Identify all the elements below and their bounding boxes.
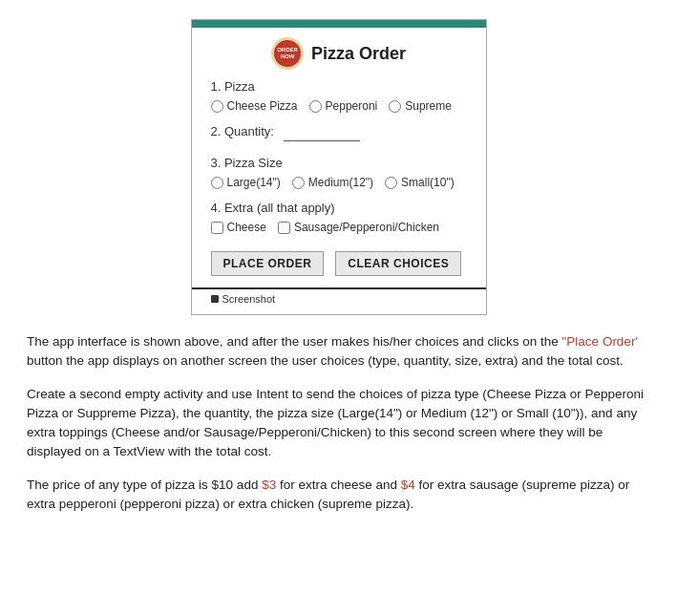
pizza-label-pepperoni: Pepperoni bbox=[326, 99, 378, 113]
description-para1: The app interface is shown above, and af… bbox=[27, 332, 650, 372]
extra-label-sausage: Sausage/Pepperoni/Chicken bbox=[294, 221, 439, 234]
badge-text-now: NOW bbox=[281, 53, 295, 60]
screenshot-dot-icon bbox=[211, 295, 219, 303]
extra-option-sausage[interactable]: Sausage/Pepperoni/Chicken bbox=[278, 221, 439, 234]
size-label-medium: Medium(12") bbox=[308, 176, 373, 189]
pizza-radio-cheese[interactable] bbox=[211, 100, 223, 113]
button-row: PLACE ORDER CLEAR CHOICES bbox=[192, 242, 486, 282]
app-title-row: ORDER NOW Pizza Order bbox=[192, 28, 486, 75]
size-option-medium[interactable]: Medium(12") bbox=[292, 176, 373, 189]
size-option-small[interactable]: Small(10") bbox=[385, 176, 455, 189]
highlight-place-order: "Place Order' bbox=[562, 334, 638, 349]
description-section: The app interface is shown above, and af… bbox=[19, 332, 658, 514]
quantity-section: 2. Quantity: bbox=[192, 120, 486, 152]
order-badge: ORDER NOW bbox=[271, 37, 304, 70]
pizza-option-pepperoni[interactable]: Pepperoni bbox=[309, 99, 378, 113]
clear-choices-button[interactable]: CLEAR CHOICES bbox=[335, 251, 461, 276]
app-title: Pizza Order bbox=[311, 44, 406, 64]
pizza-label-cheese: Cheese Pizza bbox=[227, 99, 298, 113]
description-para2: Create a second empty activity and use I… bbox=[27, 385, 650, 462]
highlight-price-sausage: $4 bbox=[401, 478, 415, 492]
pizza-radio-supreme[interactable] bbox=[389, 100, 401, 113]
screenshot-tab: Screenshot bbox=[192, 287, 486, 305]
pizza-label-supreme: Supreme bbox=[405, 99, 452, 113]
extra-option-cheese[interactable]: Cheese bbox=[211, 221, 266, 234]
quantity-label: 2. Quantity: bbox=[211, 124, 274, 138]
size-label-large: Large(14") bbox=[227, 176, 281, 189]
extra-checkbox-group: Cheese Sausage/Pepperoni/Chicken bbox=[211, 221, 467, 234]
size-label-small: Small(10") bbox=[401, 176, 455, 189]
badge-text-order: ORDER bbox=[277, 47, 298, 53]
app-screenshot-container: ORDER NOW Pizza Order 1. Pizza Cheese Pi… bbox=[191, 19, 487, 315]
header-bar bbox=[192, 20, 486, 28]
pizza-section: 1. Pizza Cheese Pizza Pepperoni Supreme bbox=[192, 75, 486, 120]
size-radio-small[interactable] bbox=[385, 177, 397, 189]
pizza-radio-pepperoni[interactable] bbox=[309, 100, 322, 113]
pizza-section-label: 1. Pizza bbox=[211, 79, 467, 94]
extra-checkbox-cheese[interactable] bbox=[211, 222, 223, 234]
size-radio-large[interactable] bbox=[211, 177, 223, 189]
highlight-price-cheese: $3 bbox=[262, 478, 276, 492]
pizza-option-cheese[interactable]: Cheese Pizza bbox=[211, 99, 298, 113]
pizza-option-supreme[interactable]: Supreme bbox=[389, 99, 452, 113]
place-order-button[interactable]: PLACE ORDER bbox=[211, 251, 325, 276]
size-section: 3. Pizza Size Large(14") Medium(12") Sma… bbox=[192, 152, 486, 197]
size-radio-medium[interactable] bbox=[292, 177, 305, 189]
screenshot-tab-label: Screenshot bbox=[222, 293, 276, 305]
extra-section-label: 4. Extra (all that apply) bbox=[211, 201, 467, 215]
extra-section: 4. Extra (all that apply) Cheese Sausage… bbox=[192, 197, 486, 242]
extra-label-cheese: Cheese bbox=[227, 221, 266, 234]
quantity-row: 2. Quantity: bbox=[211, 124, 467, 144]
pizza-radio-group: Cheese Pizza Pepperoni Supreme bbox=[211, 99, 467, 113]
size-radio-group: Large(14") Medium(12") Small(10") bbox=[211, 176, 467, 189]
size-section-label: 3. Pizza Size bbox=[211, 156, 467, 170]
quantity-input-line bbox=[284, 128, 360, 141]
extra-checkbox-sausage[interactable] bbox=[278, 222, 290, 234]
description-para3: The price of any type of pizza is $10 ad… bbox=[27, 476, 650, 515]
size-option-large[interactable]: Large(14") bbox=[211, 176, 281, 189]
